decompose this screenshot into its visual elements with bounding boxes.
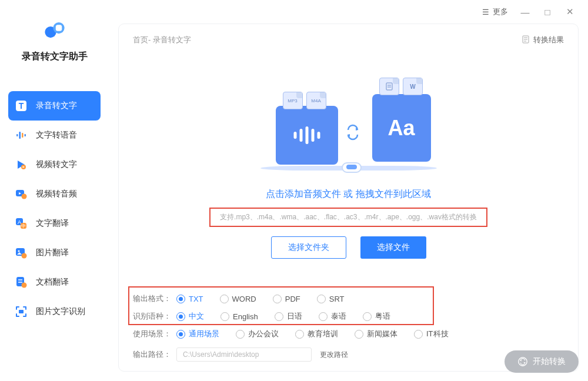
scenario-group: 通用场景 办公会议 教育培训 新闻媒体 IT科技 (176, 329, 449, 339)
start-convert-button[interactable]: 开始转换 (505, 350, 579, 373)
nav-label: 视频转文字 (36, 159, 77, 170)
language-label: 识别语种： (133, 311, 176, 322)
content-wrapper: 首页- 录音转文字 转换结果 MP3M4A W Aa (109, 24, 588, 381)
maximize-button[interactable]: □ (539, 3, 556, 21)
video-audio-icon (15, 188, 28, 200)
scenario-tech[interactable]: IT科技 (414, 329, 449, 339)
sidebar-item-ocr[interactable]: 图片文字识别 (0, 297, 109, 326)
svg-text:中: 中 (21, 223, 26, 229)
logo-section: 录音转文字助手 (0, 0, 109, 75)
change-path-link[interactable]: 更改路径 (320, 350, 348, 360)
nav-label: 图片文字识别 (36, 306, 85, 317)
upload-buttons: 选择文件夹 选择文件 (271, 236, 426, 259)
output-path-row: 输出路径： C:\Users\Admin\desktop 更改路径 (133, 343, 564, 366)
minimize-button[interactable]: — (516, 3, 534, 21)
close-button[interactable]: ✕ (561, 3, 579, 21)
sidebar-item-doc-translate[interactable]: 文档翻译 (0, 268, 109, 297)
svg-rect-23 (19, 310, 24, 313)
svg-rect-8 (25, 134, 26, 136)
lang-en[interactable]: English (220, 312, 258, 321)
svg-rect-5 (16, 134, 18, 136)
nav-label: 文档翻译 (36, 277, 69, 288)
nav-label: 视频转音频 (36, 189, 77, 199)
app-logo-icon (42, 18, 67, 42)
svg-text:T: T (19, 101, 24, 111)
start-label: 开始转换 (533, 356, 566, 367)
lang-th[interactable]: 泰语 (319, 311, 346, 322)
scenario-row: 使用场景： 通用场景 办公会议 教育培训 新闻媒体 IT科技 (133, 325, 564, 343)
upload-hint: 点击添加音频文件 或 拖拽文件到此区域 (266, 188, 431, 200)
sidebar-item-text-to-speech[interactable]: 文字转语音 (0, 121, 109, 150)
svg-rect-6 (19, 132, 21, 139)
output-format-row: 输出格式： TXT WORD PDF SRT (133, 290, 564, 308)
format-pdf[interactable]: PDF (273, 295, 300, 303)
main-area: ☰ 更多 — □ ✕ 首页- 录音转文字 转换结果 MP3M4A (109, 0, 588, 381)
format-txt[interactable]: TXT (176, 295, 203, 303)
format-word[interactable]: WORD (220, 295, 256, 303)
scenario-news[interactable]: 新闻媒体 (355, 329, 397, 339)
output-format-label: 输出格式： (133, 293, 176, 304)
sound-wave-icon (15, 129, 28, 142)
sidebar-item-audio-to-text[interactable]: T 录音转文字 (8, 91, 101, 121)
upload-illustration: MP3M4A W Aa (260, 88, 437, 176)
lang-yue[interactable]: 粤语 (363, 311, 390, 322)
results-label: 转换结果 (533, 35, 564, 45)
nav-label: 文字转语音 (36, 130, 77, 141)
svg-rect-28 (386, 83, 392, 90)
sidebar: 录音转文字助手 T 录音转文字 文字转语音 视频转文字 视频转音频 A中 文字翻… (0, 0, 109, 381)
nav-label: 录音转文字 (36, 101, 77, 111)
more-button[interactable]: ☰ 更多 (479, 6, 512, 17)
nav-label: 图片翻译 (36, 248, 69, 258)
upload-zone[interactable]: MP3M4A W Aa 点击添加音频文件 或 拖拽文件到此区域 支持.mp3、.… (133, 56, 564, 279)
output-path-label: 输出路径： (133, 349, 176, 360)
settings-area: 输出格式： TXT WORD PDF SRT 识别语种： 中文 English … (133, 290, 564, 371)
scenario-general[interactable]: 通用场景 (176, 329, 219, 339)
svg-point-18 (22, 253, 27, 259)
language-row: 识别语种： 中文 English 日语 泰语 粤语 (133, 308, 564, 325)
more-label: 更多 (493, 6, 508, 17)
results-link[interactable]: 转换结果 (522, 35, 564, 45)
sidebar-item-text-translate[interactable]: A中 文字翻译 (0, 209, 109, 238)
select-file-button[interactable]: 选择文件 (360, 236, 426, 259)
doc-translate-icon (15, 276, 28, 289)
image-translate-icon (15, 246, 28, 259)
play-icon (15, 158, 28, 171)
lang-ja[interactable]: 日语 (275, 311, 302, 322)
output-format-group: TXT WORD PDF SRT (176, 295, 345, 303)
output-path-field[interactable]: C:\Users\Admin\desktop (176, 347, 312, 362)
svg-rect-2 (55, 25, 62, 31)
ocr-icon (15, 305, 28, 318)
svg-text:W: W (410, 83, 416, 90)
format-srt[interactable]: SRT (317, 295, 345, 303)
svg-point-22 (22, 283, 27, 288)
breadcrumb: 首页- 录音转文字 (133, 35, 191, 45)
document-icon (522, 35, 530, 45)
app-title: 录音转文字助手 (0, 51, 109, 63)
nav-list: T 录音转文字 文字转语音 视频转文字 视频转音频 A中 文字翻译 图片翻译 文… (0, 91, 109, 326)
svg-rect-7 (22, 133, 24, 138)
hamburger-icon: ☰ (482, 8, 489, 16)
nav-label: 文字翻译 (36, 218, 69, 229)
content-box: 首页- 录音转文字 转换结果 MP3M4A W Aa (118, 24, 579, 372)
scenario-office[interactable]: 办公会议 (236, 329, 279, 339)
formats-highlight: 支持.mp3、.m4a、.wma、.aac、.flac、.ac3、.m4r、.a… (209, 208, 487, 227)
scenario-label: 使用场景： (133, 329, 176, 339)
lang-zh[interactable]: 中文 (176, 311, 204, 322)
scenario-education[interactable]: 教育培训 (295, 329, 338, 339)
breadcrumb-row: 首页- 录音转文字 转换结果 (133, 35, 564, 45)
supported-formats: 支持.mp3、.m4a、.wma、.aac、.flac、.ac3、.m4r、.a… (220, 212, 477, 222)
select-folder-button[interactable]: 选择文件夹 (271, 236, 346, 259)
window-titlebar: ☰ 更多 — □ ✕ (109, 0, 588, 24)
svg-point-11 (22, 194, 27, 199)
sidebar-item-image-translate[interactable]: 图片翻译 (0, 238, 109, 268)
svg-point-17 (18, 250, 20, 252)
text-icon: T (15, 99, 28, 112)
translate-icon: A中 (15, 217, 28, 230)
convert-icon (517, 356, 528, 367)
language-group: 中文 English 日语 泰语 粤语 (176, 311, 390, 322)
sidebar-item-video-to-audio[interactable]: 视频转音频 (0, 179, 109, 209)
sidebar-item-video-to-text[interactable]: 视频转文字 (0, 150, 109, 179)
